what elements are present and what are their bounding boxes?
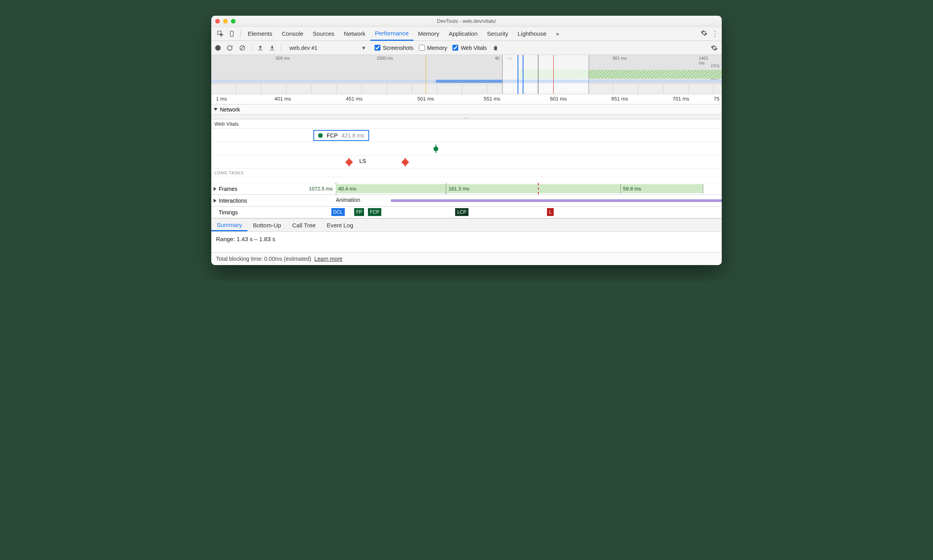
ls-label: LS <box>359 158 366 164</box>
timing-dcl-badge[interactable]: DCL <box>331 208 345 216</box>
timing-l-badge[interactable]: L <box>547 208 554 216</box>
webvitals-lane-lcp[interactable] <box>211 142 722 156</box>
webvitals-section: Web Vitals FCP 421.8 ms LS LONG TASKS <box>211 119 722 183</box>
performance-toolbar: web.dev #1 ▼ Screenshots Memory Web Vita… <box>211 41 722 55</box>
expand-icon <box>214 199 216 203</box>
ls-marker[interactable] <box>401 158 409 166</box>
settings-gear-icon[interactable] <box>701 29 708 38</box>
screenshots-checkbox-label: Screenshots <box>383 45 413 51</box>
overview-tick: 40 <box>495 56 499 60</box>
delete-profile-button[interactable] <box>492 44 499 51</box>
webvitals-checkbox-label: Web Vitals <box>461 45 487 51</box>
load-profile-button[interactable] <box>257 45 263 51</box>
ruler-tick: 75 <box>714 96 719 102</box>
interactions-row[interactable]: Interactions Animation <box>211 195 722 207</box>
ruler-tick: 451 ms <box>346 96 363 102</box>
ls-marker[interactable] <box>345 158 353 166</box>
summary-range: Range: 1.43 s – 1.83 s <box>216 236 717 242</box>
frame-segment[interactable]: 161.3 ms <box>446 184 621 193</box>
frames-row[interactable]: Frames 1072.5 ms 40.4 ms 161.3 ms 59.8 m… <box>211 183 722 195</box>
tab-security[interactable]: Security <box>482 27 513 41</box>
tab-console[interactable]: Console <box>277 27 308 41</box>
tab-application[interactable]: Application <box>444 27 482 41</box>
caret-down-icon: ▼ <box>361 45 366 51</box>
svg-rect-5 <box>270 49 274 50</box>
detail-tab-eventlog[interactable]: Event Log <box>321 219 359 231</box>
more-tabs-button[interactable]: » <box>551 27 564 41</box>
webvitals-lane-ls[interactable]: LS <box>211 156 722 169</box>
network-section-label: Network <box>220 106 240 113</box>
inspect-icon[interactable] <box>214 30 226 37</box>
tab-memory[interactable]: Memory <box>413 27 444 41</box>
frame-segment[interactable]: 59.8 ms <box>621 184 704 193</box>
animation-bar[interactable] <box>391 199 722 202</box>
webvitals-checkbox-input[interactable] <box>452 45 458 51</box>
overview-tick: 1000 ms <box>377 56 393 60</box>
footer-bar: Total blocking time: 0.00ms (estimated) … <box>211 252 722 265</box>
ruler-tick: 701 ms <box>673 96 690 102</box>
window-title: DevTools - web.dev/vitals/ <box>211 18 722 24</box>
tab-network[interactable]: Network <box>339 27 370 41</box>
expand-icon <box>214 108 218 111</box>
ruler-tick: 551 ms <box>484 96 501 102</box>
svg-rect-1 <box>231 31 234 37</box>
capture-settings-icon[interactable] <box>711 44 718 51</box>
record-button[interactable] <box>215 45 221 51</box>
ruler-tick: 1 ms <box>216 96 227 102</box>
frames-label: Frames <box>219 186 237 192</box>
tab-sources[interactable]: Sources <box>308 27 339 41</box>
expand-icon <box>214 187 216 191</box>
lcp-marker[interactable] <box>434 146 438 151</box>
tab-elements[interactable]: Elements <box>243 27 277 41</box>
device-toggle-icon[interactable] <box>226 30 238 37</box>
overview-selection[interactable] <box>502 55 589 94</box>
tab-lighthouse[interactable]: Lighthouse <box>513 27 551 41</box>
devtools-window: DevTools - web.dev/vitals/ Elements Cons… <box>211 16 722 265</box>
detail-tab-calltree[interactable]: Call Tree <box>287 219 321 231</box>
detail-tab-summary[interactable]: Summary <box>211 219 247 231</box>
clear-button[interactable] <box>239 44 246 51</box>
fcp-label: FCP <box>327 132 338 139</box>
save-profile-button[interactable] <box>269 45 275 51</box>
timing-lcp-badge[interactable]: LCP <box>455 208 468 216</box>
timings-label: Timings <box>219 209 238 216</box>
timeline-ruler[interactable]: 1 ms 401 ms 451 ms 501 ms 551 ms 601 ms … <box>211 94 722 104</box>
long-tasks-label: LONG TASKS <box>211 169 722 177</box>
timing-fp-badge[interactable]: FP <box>354 208 364 216</box>
memory-checkbox-input[interactable] <box>419 45 425 51</box>
frame-segment[interactable]: 1072.5 ms <box>262 184 336 193</box>
kebab-menu-icon[interactable]: ⋮ <box>712 29 719 38</box>
overview-tick: 500 ms <box>276 56 290 60</box>
fcp-dot-icon <box>318 133 323 138</box>
timing-fcp-badge[interactable]: FCP <box>368 208 381 216</box>
detail-tab-bottomup[interactable]: Bottom-Up <box>247 219 287 231</box>
fcp-value: 421.8 ms <box>342 132 364 139</box>
fcp-tooltip: FCP 421.8 ms <box>313 130 369 141</box>
detail-tabs: Summary Bottom-Up Call Tree Event Log <box>211 218 722 232</box>
frame-segment[interactable]: 40.4 ms <box>336 184 446 193</box>
profile-select-label: web.dev #1 <box>289 45 318 51</box>
animation-label: Animation <box>336 197 360 203</box>
screenshots-checkbox[interactable]: Screenshots <box>375 45 413 51</box>
ruler-tick: 501 ms <box>417 96 434 102</box>
ruler-tick: 401 ms <box>274 96 291 102</box>
long-tasks-lane[interactable] <box>211 177 722 183</box>
memory-checkbox[interactable]: Memory <box>419 45 447 51</box>
screenshots-checkbox-input[interactable] <box>375 45 381 51</box>
reload-record-button[interactable] <box>226 44 233 51</box>
ruler-tick: 601 ms <box>550 96 567 102</box>
overview-tick: 901 ms <box>613 56 627 60</box>
timings-row[interactable]: Timings DCL FP FCP LCP L <box>211 207 722 218</box>
webvitals-lane-fcp[interactable]: FCP 421.8 ms <box>211 129 722 142</box>
svg-line-3 <box>241 46 244 49</box>
learn-more-link[interactable]: Learn more <box>315 256 343 262</box>
svg-rect-4 <box>258 49 263 50</box>
tab-performance[interactable]: Performance <box>370 27 413 41</box>
overview-minimap[interactable]: 500 ms 1000 ms 40 ms 901 ms 1401 ms FPS … <box>211 55 722 94</box>
webvitals-section-label: Web Vitals <box>211 119 722 129</box>
splitter-handle[interactable] <box>211 115 722 119</box>
memory-checkbox-label: Memory <box>427 45 447 51</box>
profile-select[interactable]: web.dev #1 ▼ <box>287 44 369 52</box>
titlebar: DevTools - web.dev/vitals/ <box>211 16 722 27</box>
webvitals-checkbox[interactable]: Web Vitals <box>452 45 487 51</box>
